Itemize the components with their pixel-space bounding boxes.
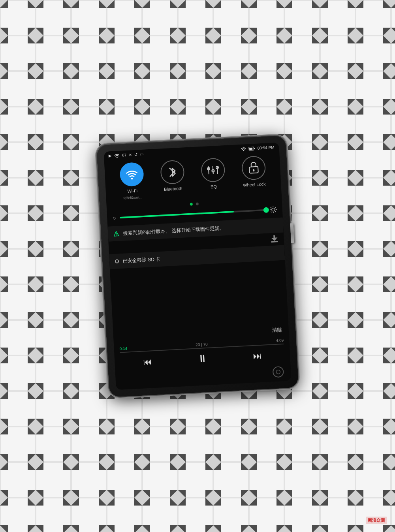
shuffle-icon: ✕	[129, 152, 132, 157]
svg-point-41	[276, 370, 280, 374]
svg-rect-39	[273, 235, 275, 238]
next-button[interactable]: ⏭	[253, 350, 262, 361]
sd-card-icon: ▭	[140, 152, 144, 156]
prev-button[interactable]: ⏮	[143, 356, 152, 367]
svg-point-17	[131, 177, 133, 179]
brightness-thumb	[263, 207, 269, 213]
firmware-icon	[113, 231, 119, 237]
wifi-sublabel: feifei&san...	[123, 195, 142, 200]
sd-notif-icon	[115, 259, 119, 263]
wifi-number: 67	[122, 153, 127, 158]
svg-line-22	[217, 166, 217, 174]
bluetooth-label: Bluetooth	[164, 185, 182, 192]
svg-point-12	[117, 156, 118, 158]
eq-circle	[200, 158, 225, 182]
wifi-label: Wi-Fi	[127, 188, 137, 194]
home-button[interactable]	[273, 366, 284, 377]
svg-rect-16	[249, 147, 252, 149]
watermark: 新浪众测	[366, 517, 387, 524]
wifi-signal-icon	[241, 147, 247, 151]
svg-point-26	[272, 208, 275, 211]
total-tracks: 70	[203, 342, 208, 346]
watermark-text: 新浪众测	[368, 518, 385, 523]
player-total-time: 4:09	[276, 338, 284, 342]
quick-toggles-row: Wi-Fi feifei&san... Bluetooth	[104, 150, 282, 205]
notifications-list: 搜索到新的固件版本。 选择开始下载固件更新。	[107, 216, 288, 333]
player-track-info: 23 | 70	[196, 342, 208, 347]
brightness-high-icon	[269, 206, 277, 213]
bluetooth-toggle[interactable]: Bluetooth	[160, 160, 185, 198]
svg-line-32	[275, 211, 276, 212]
wifi-toggle[interactable]: Wi-Fi feifei&san...	[119, 162, 145, 200]
svg-line-34	[271, 211, 272, 212]
svg-line-33	[275, 207, 276, 208]
eq-label: EQ	[211, 184, 217, 190]
repeat-icon: ↺	[134, 152, 138, 156]
status-left: ▶ 67 ✕ ↺ ▭	[109, 152, 144, 158]
device-shell: ▶ 67 ✕ ↺ ▭	[96, 135, 299, 397]
dot-0	[190, 203, 193, 205]
wifi-circle	[119, 162, 144, 186]
svg-rect-40	[271, 241, 278, 243]
wheel-lock-label: Wheel Lock	[243, 181, 266, 188]
pause-button[interactable]: ⏸	[197, 352, 208, 365]
svg-point-37	[116, 235, 117, 236]
wifi-bars-icon	[114, 153, 120, 158]
svg-line-31	[271, 207, 271, 208]
battery-icon	[249, 146, 256, 150]
device: ▶ 67 ✕ ↺ ▭	[96, 135, 299, 397]
svg-rect-15	[254, 147, 255, 149]
bluetooth-circle	[160, 160, 184, 184]
eq-toggle[interactable]: EQ	[200, 158, 226, 196]
brightness-fill	[120, 211, 234, 218]
clock: 03:54 PM	[257, 145, 274, 150]
download-icon	[270, 235, 278, 243]
track-number: 23	[196, 342, 200, 347]
screen: ▶ 67 ✕ ↺ ▭	[103, 142, 291, 389]
wheel-lock-circle	[241, 155, 266, 180]
wheel-lock-toggle[interactable]: Wheel Lock	[241, 155, 267, 194]
svg-point-13	[243, 150, 244, 151]
player-current-time: 0:14	[119, 346, 127, 351]
status-right: 03:54 PM	[241, 145, 275, 151]
play-icon: ▶	[109, 153, 112, 158]
clear-button[interactable]: 清除	[272, 326, 282, 333]
svg-point-25	[253, 169, 254, 171]
dot-1	[196, 202, 199, 205]
brightness-low-icon: ○	[113, 214, 116, 221]
